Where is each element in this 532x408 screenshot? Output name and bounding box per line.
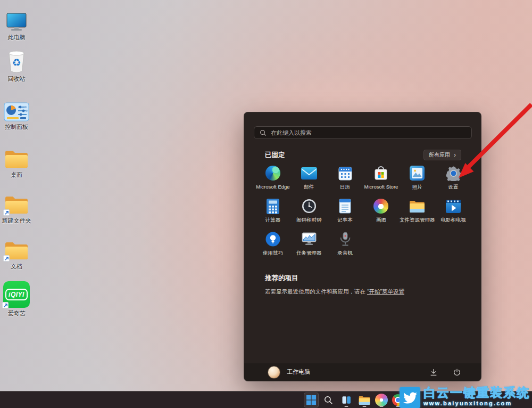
all-apps-label: 所有应用 [429,151,450,159]
pinned-app-edge[interactable]: Microsoft Edge [255,162,291,195]
download-icon [429,368,438,377]
start-settings-link[interactable]: “开始”菜单设置 [367,288,404,295]
desktop-icon-recycle-bin[interactable]: ♻ 回收站 [1,48,32,82]
pinned-app-settings[interactable]: 设置 [435,162,471,195]
desktop-icon-this-pc[interactable]: 此电脑 [1,6,32,40]
desktop-icon-folder[interactable]: 桌面 [1,144,32,178]
taskbar-color-wheel-button[interactable] [374,393,389,407]
mail-icon [301,165,317,182]
pinned-app-paint[interactable]: 画图 [363,195,400,229]
taskbar-search-button[interactable] [321,393,336,407]
desktop-icon-label: 爱奇艺 [8,310,26,316]
desktop-icon-label: 新建文件夹 [2,217,31,224]
running-indicator [380,406,384,407]
start-button[interactable] [304,393,319,407]
power-button[interactable] [451,366,463,378]
task-view-button[interactable] [339,393,354,407]
clock-icon [302,198,317,215]
pinned-app-movies-tv[interactable]: 电影和电视 [435,195,471,229]
notepad-icon [339,198,351,215]
shortcut-arrow-icon [3,255,10,262]
start-menu-footer: 工作电脑 [244,363,481,381]
desktop-icon-folder-shortcut[interactable]: 文档 [1,235,32,270]
desktop-icon-label: 回收站 [8,76,26,82]
search-input[interactable] [267,129,471,136]
calculator-icon [267,198,279,215]
file-explorer-icon [409,198,425,215]
folder-shortcut-icon [4,235,29,261]
chevron-right-icon: › [454,152,456,158]
all-apps-button[interactable]: 所有应用 › [423,150,461,160]
edge-icon [265,166,280,181]
pinned-section-title: 已固定 [265,151,285,160]
search-icon [260,129,267,136]
this-pc-icon [5,6,28,32]
settings-gear-icon [446,165,461,182]
file-explorer-icon [359,395,370,405]
search-box [254,126,472,139]
folder-shortcut-icon [4,190,29,215]
pinned-app-clock[interactable]: 闹钟和时钟 [291,195,327,229]
pinned-apps-grid: Microsoft Edge 邮件 [255,162,471,262]
watermark: 白云一键重装系统 www.baiyunxitong.com [400,386,530,408]
calendar-icon [338,165,352,182]
desktop-icon-iqiyi[interactable]: iQIYI 爱奇艺 [1,279,32,316]
photos-icon [410,165,425,182]
power-icon [453,368,461,377]
pinned-app-mail[interactable]: 邮件 [291,162,327,195]
desktop-icon-folder-shortcut[interactable]: 新建文件夹 [1,190,32,224]
iqiyi-icon: iQIYI [3,279,30,308]
pinned-app-notepad[interactable]: 记事本 [327,195,363,229]
pinned-app-calculator[interactable]: 计算器 [255,195,291,229]
user-avatar [268,366,280,379]
recycle-bin-icon: ♻ [7,48,26,74]
desktop-icon-label: 此电脑 [8,34,26,40]
svg-text:♻: ♻ [12,57,21,68]
voice-recorder-icon [339,231,351,248]
pinned-app-photos[interactable]: 照片 [399,162,435,195]
desktop-icon-control-panel[interactable]: 控制面板 [1,96,32,130]
pinned-app-store[interactable]: Microsoft Store [363,162,400,195]
paint-icon [373,199,388,214]
control-panel-icon [4,96,29,121]
watermark-title: 白云一键重装系统 [423,386,530,399]
desktop-icon-label: 控制面板 [5,124,28,130]
start-menu-panel: 已固定 所有应用 › Microsoft Edge 邮件 [244,112,481,381]
desktop-icon-label: 文档 [11,263,22,270]
pinned-app-file-explorer[interactable]: 文件资源管理器 [399,195,435,229]
running-indicator [363,406,367,407]
shortcut-arrow-icon [2,302,9,308]
user-account-button[interactable]: 工作电脑 [268,366,310,379]
movies-tv-icon [446,198,461,215]
recommended-empty-text: 若要显示最近使用的文件和新应用，请在 “开始”菜单设置 [265,288,404,296]
pinned-app-task-manager[interactable]: 任务管理器 [291,229,327,262]
search-icon [323,395,334,405]
folder-icon [4,144,29,169]
running-indicator [345,406,348,407]
downloads-button[interactable] [428,366,439,378]
recommended-section-title: 推荐的项目 [265,274,298,283]
desktop-icon-label: 桌面 [11,172,22,178]
taskbar-file-explorer-button[interactable] [357,393,372,407]
color-wheel-icon [375,394,388,406]
windows-logo-icon [306,395,317,405]
user-name: 工作电脑 [287,368,310,376]
tips-icon [265,231,280,248]
task-view-icon [341,395,352,405]
watermark-url: www.baiyunxitong.com [423,400,530,406]
shortcut-arrow-icon [3,209,10,216]
store-icon [374,165,388,182]
pinned-app-voice-recorder[interactable]: 录音机 [327,229,363,262]
pinned-app-calendar[interactable]: 日历 [327,162,363,195]
pinned-app-tips[interactable]: 使用技巧 [255,229,291,262]
twitter-bird-icon [400,387,420,408]
task-manager-icon [302,231,317,248]
